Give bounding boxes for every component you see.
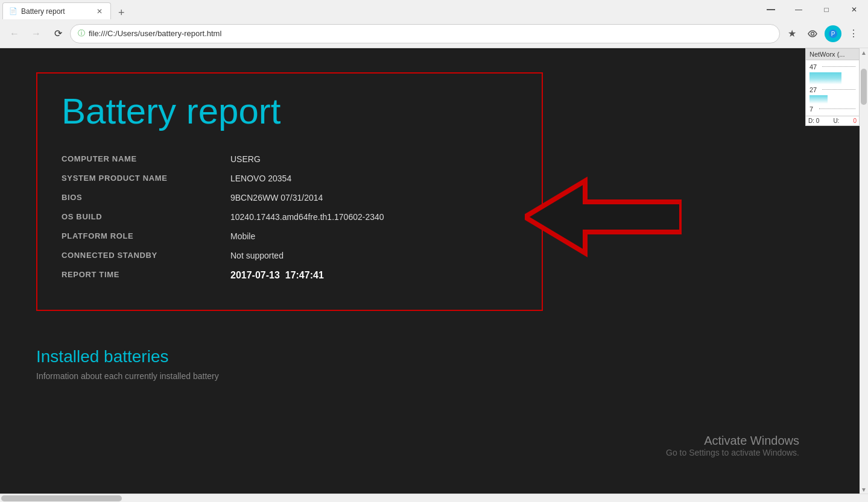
table-row: REPORT TIME 2017-07-13 17:47:41 <box>62 265 518 286</box>
table-row: CONNECTED STANDBY Not supported <box>62 246 518 265</box>
installed-subtitle: Information about each currently install… <box>36 371 543 381</box>
activate-windows: Activate Windows Go to Settings to activ… <box>666 434 799 457</box>
label-system-product: SYSTEM PRODUCT NAME <box>62 169 230 188</box>
networx-title: NetWorx (... <box>806 49 859 60</box>
networx-row-47: 47 <box>809 63 855 71</box>
tab-favicon: 📄 <box>9 7 17 15</box>
window-controls: — □ ✕ <box>636 0 868 19</box>
forward-button[interactable]: → <box>27 24 46 43</box>
table-row: BIOS 9BCN26WW 07/31/2014 <box>62 188 518 207</box>
tab-area: 📄 Battery report ✕ + <box>0 0 132 19</box>
svg-text:P: P <box>831 31 835 37</box>
scrollbar-thumb[interactable] <box>861 69 867 105</box>
address-bar[interactable] <box>89 29 772 38</box>
extension-eye-button[interactable] <box>803 24 822 43</box>
new-tab-button[interactable]: + <box>113 7 130 19</box>
browser-frame: 📄 Battery report ✕ + — □ ✕ <box>0 0 868 502</box>
info-table: COMPUTER NAME USERG SYSTEM PRODUCT NAME … <box>62 149 518 286</box>
active-tab[interactable]: 📄 Battery report ✕ <box>2 2 111 19</box>
table-row: PLATFORM ROLE Mobile <box>62 227 518 246</box>
networx-value-47: 47 <box>809 63 817 71</box>
tab-title: Battery report <box>21 7 65 16</box>
menu-button[interactable]: ⋮ <box>844 24 863 43</box>
networx-download: D: 0 <box>808 118 819 124</box>
browser-content: Battery report COMPUTER NAME USERG SYSTE… <box>0 48 868 494</box>
report-title: Battery report <box>62 92 518 131</box>
networx-upload: U: <box>833 118 839 124</box>
networx-row-27: 27 <box>809 86 855 94</box>
toolbar-right: ★ P ⋮ <box>782 24 863 43</box>
installed-section: Installed batteries Information about ea… <box>36 347 543 381</box>
table-row: COMPUTER NAME USERG <box>62 149 518 169</box>
red-arrow-container <box>525 169 682 268</box>
value-computer-name: USERG <box>230 149 518 169</box>
label-report-time: REPORT TIME <box>62 265 230 286</box>
bookmark-button[interactable]: ★ <box>782 24 802 43</box>
info-card: Battery report COMPUTER NAME USERG SYSTE… <box>36 72 543 311</box>
activate-subtitle: Go to Settings to activate Windows. <box>666 448 799 457</box>
networx-row-7: 7 <box>809 105 855 113</box>
scroll-up-button[interactable]: ▲ <box>860 48 868 57</box>
close-button[interactable]: ✕ <box>840 0 868 19</box>
value-platform-role: Mobile <box>230 227 518 246</box>
label-os-build: OS BUILD <box>62 207 230 227</box>
value-os-build: 10240.17443.amd64fre.th1.170602-2340 <box>230 207 518 227</box>
scrollbar-track[interactable]: ▲ ▼ <box>860 48 868 494</box>
reload-button[interactable]: ⟳ <box>48 24 68 43</box>
red-arrow-svg <box>525 169 682 265</box>
networx-value-7: 7 <box>809 105 813 113</box>
title-bar: 📄 Battery report ✕ + — □ ✕ <box>0 0 868 19</box>
networx-bottom: D: 0 U: 0 <box>806 116 859 125</box>
back-button[interactable]: ← <box>5 24 24 43</box>
minimize-button[interactable]: — <box>785 0 813 19</box>
bottom-scroll-thumb[interactable] <box>1 495 122 501</box>
maximize-button[interactable]: □ <box>813 0 840 19</box>
installed-title: Installed batteries <box>36 347 543 366</box>
value-report-time: 2017-07-13 17:47:41 <box>230 265 518 286</box>
networx-widget: NetWorx (... 47 27 7 D: 0 U: <box>805 48 860 126</box>
new-tab-area: + <box>111 7 132 19</box>
value-bios: 9BCN26WW 07/31/2014 <box>230 188 518 207</box>
table-row: SYSTEM PRODUCT NAME LENOVO 20354 <box>62 169 518 188</box>
svg-marker-4 <box>525 181 682 253</box>
address-bar-container[interactable]: ⓘ <box>70 24 780 43</box>
title-icon <box>757 0 785 19</box>
tab-close-button[interactable]: ✕ <box>95 7 104 16</box>
bottom-scrollbar[interactable] <box>0 494 868 502</box>
page-content: Battery report COMPUTER NAME USERG SYSTE… <box>0 48 860 494</box>
label-connected-standby: CONNECTED STANDBY <box>62 246 230 265</box>
table-row: OS BUILD 10240.17443.amd64fre.th1.170602… <box>62 207 518 227</box>
value-connected-standby: Not supported <box>230 246 518 265</box>
scroll-down-button[interactable]: ▼ <box>860 485 868 494</box>
label-bios: BIOS <box>62 188 230 207</box>
prism-extension-button[interactable]: P <box>823 24 843 43</box>
networx-chart: 47 27 7 <box>806 60 859 116</box>
value-system-product: LENOVO 20354 <box>230 169 518 188</box>
label-computer-name: COMPUTER NAME <box>62 149 230 169</box>
secure-icon: ⓘ <box>78 28 85 39</box>
label-platform-role: PLATFORM ROLE <box>62 227 230 246</box>
svg-rect-0 <box>767 9 775 10</box>
networx-upload-val: 0 <box>853 118 857 124</box>
toolbar: ← → ⟳ ⓘ ★ P ⋮ <box>0 19 868 48</box>
activate-title: Activate Windows <box>666 434 799 448</box>
prism-icon: P <box>825 25 841 42</box>
networx-value-27: 27 <box>809 86 817 93</box>
svg-point-1 <box>811 32 814 35</box>
